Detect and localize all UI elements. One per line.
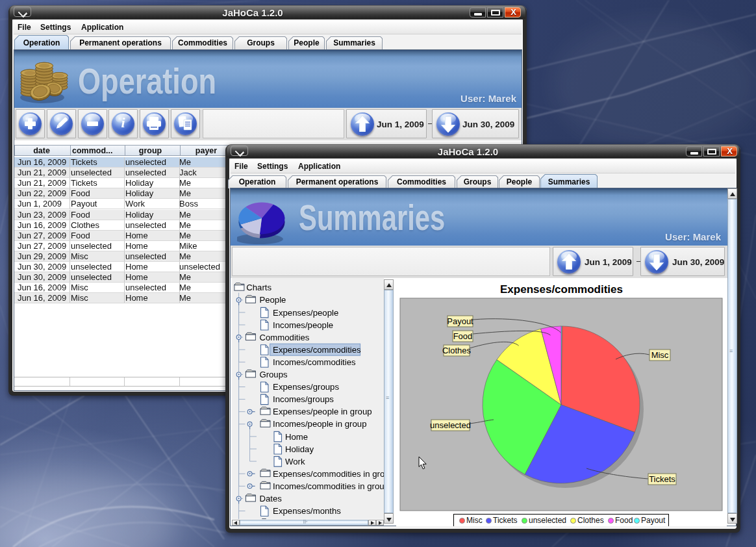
svg-text:Incomes/groups: Incomes/groups xyxy=(273,394,334,404)
svg-text:People: People xyxy=(259,295,286,305)
svg-text:Dates: Dates xyxy=(259,494,282,503)
svg-text:Groups: Groups xyxy=(259,370,288,379)
svg-text:Home: Home xyxy=(285,432,308,442)
svg-text:Incomes/commodities in grou: Incomes/commodities in grou xyxy=(273,481,384,491)
svg-text:Expenses/people in group: Expenses/people in group xyxy=(273,407,372,416)
svg-text:Payout: Payout xyxy=(447,316,473,326)
svg-text:Holiday: Holiday xyxy=(285,444,314,454)
svg-text:Work: Work xyxy=(285,457,305,466)
svg-text:Food: Food xyxy=(453,331,473,341)
svg-text:unselected: unselected xyxy=(430,420,471,430)
svg-text:Expenses/groups: Expenses/groups xyxy=(273,382,339,392)
svg-text:Expenses/people: Expenses/people xyxy=(273,308,338,318)
svg-text:Tickets: Tickets xyxy=(649,474,675,484)
svg-text:Charts: Charts xyxy=(246,283,271,292)
svg-text:Incomes/people: Incomes/people xyxy=(273,320,333,330)
svg-text:Incomes/people in group: Incomes/people in group xyxy=(273,419,366,429)
svg-text:Commodities: Commodities xyxy=(259,333,309,342)
svg-text:Expenses/commodities in gro: Expenses/commodities in gro xyxy=(273,469,384,479)
svg-text:Clothes: Clothes xyxy=(442,346,472,355)
svg-text:Incomes/commodities: Incomes/commodities xyxy=(273,357,356,367)
svg-text:Expenses/commodities: Expenses/commodities xyxy=(273,345,361,355)
svg-text:Misc: Misc xyxy=(651,350,669,360)
svg-text:Expenses/months: Expenses/months xyxy=(273,506,341,516)
